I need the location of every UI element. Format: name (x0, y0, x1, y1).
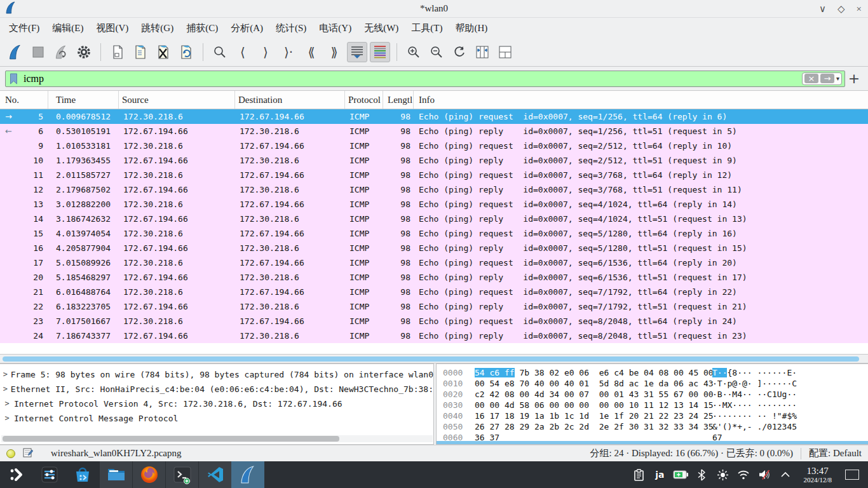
hex-line[interactable]: 0050 26 27 28 29 2a 2b 2c 2d 2e 2f 30 31… (437, 421, 868, 432)
battery-icon[interactable] (672, 466, 689, 483)
menu-item[interactable]: 分析(A) (224, 20, 269, 37)
packet-row[interactable]: 16 4.205877904 172.67.194.66 172.30.218.… (0, 241, 868, 255)
packet-row[interactable]: 20 5.185468297 172.67.194.66 172.30.218.… (0, 270, 868, 285)
start-capture-icon[interactable] (5, 42, 25, 62)
expand-chevron-icon[interactable]: > (0, 367, 11, 382)
capture-options-icon[interactable] (74, 42, 94, 62)
layout-123-icon[interactable] (495, 42, 515, 62)
filter-clear-icon[interactable]: × (804, 74, 818, 83)
column-header-time[interactable]: Time (48, 91, 119, 109)
next-packet-icon[interactable]: ⟩ (255, 42, 276, 62)
menu-item[interactable]: 工具(T) (405, 20, 449, 37)
menu-item[interactable]: 文件(F) (3, 20, 46, 37)
profile-label[interactable]: 配置: Default (809, 447, 862, 459)
packet-row[interactable]: ← 6 0.530105191 172.67.194.66 172.30.218… (0, 124, 868, 139)
detail-tree-row[interactable]: > Internet Protocol Version 4, Src: 172.… (0, 396, 433, 411)
packet-row[interactable]: 13 3.012882200 172.30.218.6 172.67.194.6… (0, 197, 868, 212)
maximize-button[interactable]: ◇ (837, 3, 845, 15)
zoom-out-icon[interactable] (426, 42, 447, 62)
hex-line[interactable]: 0010 00 54 e8 70 40 00 40 01 5d 8d ac 1e… (437, 378, 868, 389)
packet-row[interactable]: 12 2.179687502 172.67.194.66 172.30.218.… (0, 182, 868, 197)
scrollbar-thumb[interactable] (3, 436, 339, 442)
clock[interactable]: 13:47 2024/12/8 (803, 466, 832, 484)
clipboard-icon[interactable] (630, 466, 647, 483)
reload-file-icon[interactable] (176, 42, 196, 62)
restart-capture-icon[interactable] (51, 42, 71, 62)
packet-row[interactable]: → 5 0.009678512 172.30.218.6 172.67.194.… (0, 109, 868, 124)
display-filter-input[interactable] (24, 71, 794, 86)
detail-tree-row[interactable]: > Frame 5: 98 bytes on wire (784 bits), … (0, 367, 433, 382)
expand-chevron-icon[interactable]: > (0, 411, 14, 426)
first-packet-icon[interactable]: ⟪ (301, 42, 322, 62)
capture-comment-icon[interactable] (23, 447, 33, 460)
packet-row[interactable]: 14 3.186742632 172.67.194.66 172.30.218.… (0, 212, 868, 226)
discover-icon[interactable] (66, 461, 99, 488)
hex-line[interactable]: 0040 16 17 18 19 1a 1b 1c 1d 1e 1f 20 21… (437, 410, 868, 421)
last-packet-icon[interactable]: ⟫ (324, 42, 344, 62)
column-header-info[interactable]: Info (414, 91, 868, 109)
expand-tray-icon[interactable] (777, 466, 794, 483)
column-header-source[interactable]: Source (119, 91, 235, 109)
capture-filename[interactable]: wireshark_wlan0KH7LY2.pcapng (51, 448, 182, 459)
filter-add-button[interactable]: + (845, 71, 863, 87)
filter-dropdown-icon[interactable]: ▾ (836, 75, 839, 82)
packet-row[interactable]: 17 5.015089926 172.30.218.6 172.67.194.6… (0, 255, 868, 270)
detail-tree-row[interactable]: > Ethernet II, Src: HonHaiPrecis_c4:be:0… (0, 382, 433, 396)
colorize-icon[interactable] (370, 42, 390, 62)
close-button[interactable]: × (857, 4, 862, 15)
column-header-protocol[interactable]: Protocol (345, 91, 383, 109)
menu-item[interactable]: 跳转(G) (135, 20, 180, 37)
app-launcher-icon[interactable] (0, 461, 33, 488)
menu-item[interactable]: 电话(Y) (313, 20, 358, 37)
terminal-icon[interactable] (165, 461, 198, 488)
expert-info-icon[interactable] (6, 449, 15, 458)
volume-muted-icon[interactable] (756, 466, 773, 483)
minimize-button[interactable]: ∨ (819, 3, 826, 15)
filter-bookmark-icon[interactable] (10, 73, 18, 87)
hex-horizontal-scrollbar[interactable] (437, 441, 868, 444)
previous-packet-icon[interactable]: ⟨ (233, 42, 253, 62)
hex-line[interactable]: 0020 c2 42 08 00 4d 34 00 07 00 01 43 31… (437, 389, 868, 400)
auto-scroll-icon[interactable] (347, 42, 367, 62)
packet-list-horizontal-scrollbar[interactable] (0, 355, 868, 363)
find-packet-icon[interactable] (210, 42, 230, 62)
column-header-length[interactable]: Lengtl (383, 91, 414, 109)
input-method-icon[interactable]: ja (651, 466, 668, 483)
filter-apply-icon[interactable]: → (820, 74, 834, 83)
scrollbar-thumb[interactable] (3, 356, 859, 362)
wireshark-taskbar-icon[interactable] (231, 461, 264, 488)
stop-capture-icon[interactable] (28, 42, 48, 62)
expand-chevron-icon[interactable]: > (0, 382, 11, 396)
save-file-icon[interactable] (130, 42, 151, 62)
packet-row[interactable]: 23 7.017501667 172.30.218.6 172.67.194.6… (0, 314, 868, 329)
menu-item[interactable]: 帮助(H) (449, 20, 494, 37)
menu-item[interactable]: 无线(W) (358, 20, 405, 37)
expand-chevron-icon[interactable]: > (0, 396, 14, 411)
wifi-icon[interactable] (735, 466, 752, 483)
packet-row[interactable]: 10 1.179363455 172.67.194.66 172.30.218.… (0, 153, 868, 168)
firefox-icon[interactable] (132, 461, 165, 488)
brightness-icon[interactable] (714, 466, 731, 483)
menu-item[interactable]: 捕获(C) (180, 20, 224, 37)
zoom-reset-icon[interactable] (449, 42, 470, 62)
close-file-icon[interactable] (153, 42, 173, 62)
system-settings-icon[interactable] (33, 461, 66, 488)
packet-row[interactable]: 11 2.011585727 172.30.218.6 172.67.194.6… (0, 168, 868, 182)
display-filter-field[interactable]: × → ▾ (5, 71, 845, 87)
bluetooth-icon[interactable] (693, 466, 710, 483)
menu-item[interactable]: 视图(V) (90, 20, 135, 37)
column-header-no[interactable]: No. (0, 91, 48, 109)
hex-line[interactable]: 0030 00 00 4d 58 06 00 00 00 00 00 10 11… (437, 400, 868, 410)
zoom-in-icon[interactable] (403, 42, 424, 62)
hex-line-selected[interactable]: 0000 54 c6 ff 7b 38 02 e0 06 e6 c4 be 04… (437, 367, 868, 378)
file-manager-icon[interactable] (99, 461, 132, 488)
menu-item[interactable]: 统计(S) (269, 20, 313, 37)
vscode-icon[interactable] (198, 461, 231, 488)
go-to-packet-icon[interactable]: ⟩· (278, 42, 299, 62)
packet-row[interactable]: 22 6.183223705 172.67.194.66 172.30.218.… (0, 299, 868, 314)
open-file-icon[interactable] (107, 42, 128, 62)
resize-columns-icon[interactable] (472, 42, 492, 62)
packet-row[interactable]: 21 6.016488764 172.30.218.6 172.67.194.6… (0, 285, 868, 299)
column-header-destination[interactable]: Destination (235, 91, 345, 109)
detail-tree-row[interactable]: > Internet Control Message Protocol (0, 411, 433, 426)
